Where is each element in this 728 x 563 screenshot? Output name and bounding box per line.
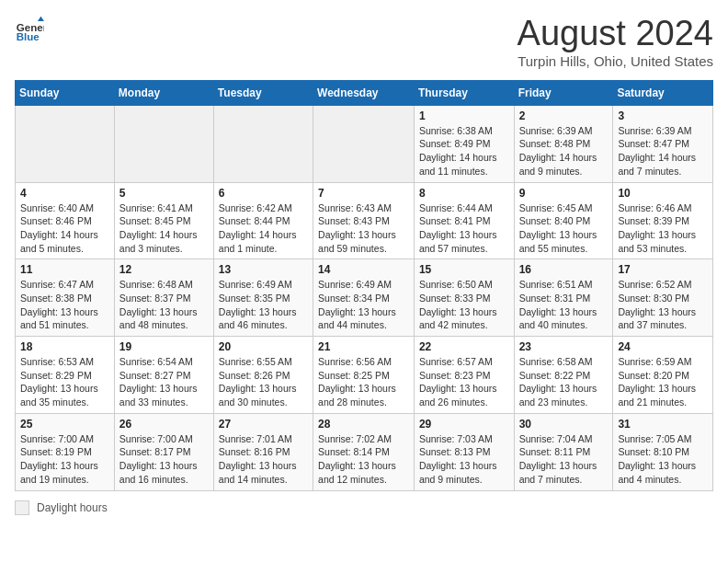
calendar-cell: 20Sunrise: 6:55 AM Sunset: 8:26 PM Dayli… [213, 337, 313, 414]
calendar-body: 1Sunrise: 6:38 AM Sunset: 8:49 PM Daylig… [16, 105, 713, 490]
day-info: Sunrise: 6:50 AM Sunset: 8:33 PM Dayligh… [419, 278, 509, 332]
calendar-cell: 11Sunrise: 6:47 AM Sunset: 8:38 PM Dayli… [16, 259, 115, 337]
calendar-cell: 10Sunrise: 6:46 AM Sunset: 8:39 PM Dayli… [613, 182, 713, 259]
day-number: 11 [20, 263, 109, 276]
day-info: Sunrise: 7:05 AM Sunset: 8:10 PM Dayligh… [618, 432, 708, 487]
calendar-cell: 16Sunrise: 6:51 AM Sunset: 8:31 PM Dayli… [514, 259, 613, 337]
day-info: Sunrise: 6:44 AM Sunset: 8:41 PM Dayligh… [419, 201, 509, 256]
calendar-cell [313, 105, 415, 182]
calendar-cell: 5Sunrise: 6:41 AM Sunset: 8:45 PM Daylig… [114, 182, 213, 259]
calendar-cell: 13Sunrise: 6:49 AM Sunset: 8:35 PM Dayli… [213, 259, 313, 337]
day-number: 21 [318, 340, 409, 353]
day-number: 13 [219, 263, 308, 276]
daylight-legend-label: Daylight hours [37, 501, 108, 514]
calendar-header-thursday: Thursday [414, 80, 514, 105]
calendar-cell: 22Sunrise: 6:57 AM Sunset: 8:23 PM Dayli… [414, 337, 514, 414]
calendar-cell: 7Sunrise: 6:43 AM Sunset: 8:43 PM Daylig… [313, 182, 415, 259]
title-block: August 2024 Turpin Hills, Ohio, United S… [518, 15, 713, 69]
day-info: Sunrise: 6:39 AM Sunset: 8:48 PM Dayligh… [519, 124, 609, 178]
calendar-cell: 9Sunrise: 6:45 AM Sunset: 8:40 PM Daylig… [514, 182, 613, 259]
calendar-cell [213, 105, 313, 182]
day-info: Sunrise: 6:38 AM Sunset: 8:49 PM Dayligh… [419, 124, 509, 178]
calendar-cell [16, 105, 115, 182]
day-number: 19 [119, 340, 209, 353]
day-number: 14 [318, 263, 409, 276]
calendar-cell: 21Sunrise: 6:56 AM Sunset: 8:25 PM Dayli… [313, 337, 415, 414]
day-info: Sunrise: 6:52 AM Sunset: 8:30 PM Dayligh… [618, 278, 708, 332]
calendar-cell [114, 105, 213, 182]
calendar-cell: 24Sunrise: 6:59 AM Sunset: 8:20 PM Dayli… [613, 337, 713, 414]
day-number: 5 [119, 187, 209, 200]
day-info: Sunrise: 6:57 AM Sunset: 8:23 PM Dayligh… [419, 355, 509, 409]
calendar-cell: 19Sunrise: 6:54 AM Sunset: 8:27 PM Dayli… [114, 337, 213, 414]
logo-icon: General Blue [15, 15, 44, 44]
day-info: Sunrise: 7:00 AM Sunset: 8:17 PM Dayligh… [119, 432, 209, 487]
day-number: 22 [419, 340, 509, 353]
calendar-header-wednesday: Wednesday [313, 80, 415, 105]
day-info: Sunrise: 6:42 AM Sunset: 8:44 PM Dayligh… [219, 201, 308, 256]
day-number: 26 [119, 418, 209, 431]
day-number: 18 [20, 340, 109, 353]
calendar-week-4: 18Sunrise: 6:53 AM Sunset: 8:29 PM Dayli… [16, 337, 713, 414]
day-number: 9 [519, 187, 609, 200]
calendar-table: SundayMondayTuesdayWednesdayThursdayFrid… [15, 80, 713, 491]
day-number: 23 [519, 340, 609, 353]
calendar-header-row: SundayMondayTuesdayWednesdayThursdayFrid… [16, 80, 713, 105]
day-number: 24 [618, 340, 708, 353]
calendar-cell: 30Sunrise: 7:04 AM Sunset: 8:11 PM Dayli… [514, 413, 613, 490]
svg-marker-2 [38, 17, 44, 21]
main-title: August 2024 [518, 15, 713, 53]
day-number: 31 [618, 418, 708, 431]
calendar-cell: 28Sunrise: 7:02 AM Sunset: 8:14 PM Dayli… [313, 413, 415, 490]
day-info: Sunrise: 6:54 AM Sunset: 8:27 PM Dayligh… [119, 355, 209, 409]
day-number: 10 [618, 187, 708, 200]
calendar-cell: 25Sunrise: 7:00 AM Sunset: 8:19 PM Dayli… [16, 413, 115, 490]
calendar-week-2: 4Sunrise: 6:40 AM Sunset: 8:46 PM Daylig… [16, 182, 713, 259]
day-info: Sunrise: 6:59 AM Sunset: 8:20 PM Dayligh… [618, 355, 708, 409]
calendar-week-1: 1Sunrise: 6:38 AM Sunset: 8:49 PM Daylig… [16, 105, 713, 182]
day-info: Sunrise: 6:40 AM Sunset: 8:46 PM Dayligh… [20, 201, 109, 256]
calendar-cell: 14Sunrise: 6:49 AM Sunset: 8:34 PM Dayli… [313, 259, 415, 337]
calendar-cell: 1Sunrise: 6:38 AM Sunset: 8:49 PM Daylig… [414, 105, 514, 182]
page-header: General Blue August 2024 Turpin Hills, O… [15, 15, 713, 69]
calendar-cell: 18Sunrise: 6:53 AM Sunset: 8:29 PM Dayli… [16, 337, 115, 414]
day-info: Sunrise: 6:55 AM Sunset: 8:26 PM Dayligh… [219, 355, 308, 409]
day-info: Sunrise: 6:49 AM Sunset: 8:34 PM Dayligh… [318, 278, 409, 332]
calendar-week-5: 25Sunrise: 7:00 AM Sunset: 8:19 PM Dayli… [16, 413, 713, 490]
day-info: Sunrise: 6:48 AM Sunset: 8:37 PM Dayligh… [119, 278, 209, 332]
calendar-cell: 31Sunrise: 7:05 AM Sunset: 8:10 PM Dayli… [613, 413, 713, 490]
day-info: Sunrise: 7:02 AM Sunset: 8:14 PM Dayligh… [318, 432, 409, 487]
calendar-header-tuesday: Tuesday [213, 80, 313, 105]
day-number: 2 [519, 109, 609, 122]
day-info: Sunrise: 6:56 AM Sunset: 8:25 PM Dayligh… [318, 355, 409, 409]
day-number: 1 [419, 109, 509, 122]
day-info: Sunrise: 6:46 AM Sunset: 8:39 PM Dayligh… [618, 201, 708, 256]
calendar-cell: 6Sunrise: 6:42 AM Sunset: 8:44 PM Daylig… [213, 182, 313, 259]
day-number: 7 [318, 187, 409, 200]
calendar-cell: 26Sunrise: 7:00 AM Sunset: 8:17 PM Dayli… [114, 413, 213, 490]
day-number: 30 [519, 418, 609, 431]
calendar-week-3: 11Sunrise: 6:47 AM Sunset: 8:38 PM Dayli… [16, 259, 713, 337]
day-info: Sunrise: 6:43 AM Sunset: 8:43 PM Dayligh… [318, 201, 409, 256]
calendar-header-friday: Friday [514, 80, 613, 105]
day-info: Sunrise: 6:58 AM Sunset: 8:22 PM Dayligh… [519, 355, 609, 409]
day-info: Sunrise: 6:51 AM Sunset: 8:31 PM Dayligh… [519, 278, 609, 332]
day-number: 29 [419, 418, 509, 431]
calendar-cell: 29Sunrise: 7:03 AM Sunset: 8:13 PM Dayli… [414, 413, 514, 490]
calendar-header-monday: Monday [114, 80, 213, 105]
calendar-cell: 23Sunrise: 6:58 AM Sunset: 8:22 PM Dayli… [514, 337, 613, 414]
day-info: Sunrise: 6:45 AM Sunset: 8:40 PM Dayligh… [519, 201, 609, 256]
day-info: Sunrise: 6:53 AM Sunset: 8:29 PM Dayligh… [20, 355, 109, 409]
calendar-cell: 15Sunrise: 6:50 AM Sunset: 8:33 PM Dayli… [414, 259, 514, 337]
day-info: Sunrise: 6:39 AM Sunset: 8:47 PM Dayligh… [618, 124, 708, 178]
day-info: Sunrise: 6:47 AM Sunset: 8:38 PM Dayligh… [20, 278, 109, 332]
calendar-cell: 8Sunrise: 6:44 AM Sunset: 8:41 PM Daylig… [414, 182, 514, 259]
calendar-header-saturday: Saturday [613, 80, 713, 105]
day-number: 20 [219, 340, 308, 353]
calendar-cell: 2Sunrise: 6:39 AM Sunset: 8:48 PM Daylig… [514, 105, 613, 182]
day-info: Sunrise: 6:41 AM Sunset: 8:45 PM Dayligh… [119, 201, 209, 256]
day-number: 12 [119, 263, 209, 276]
day-number: 27 [219, 418, 308, 431]
day-number: 15 [419, 263, 509, 276]
day-number: 6 [219, 187, 308, 200]
